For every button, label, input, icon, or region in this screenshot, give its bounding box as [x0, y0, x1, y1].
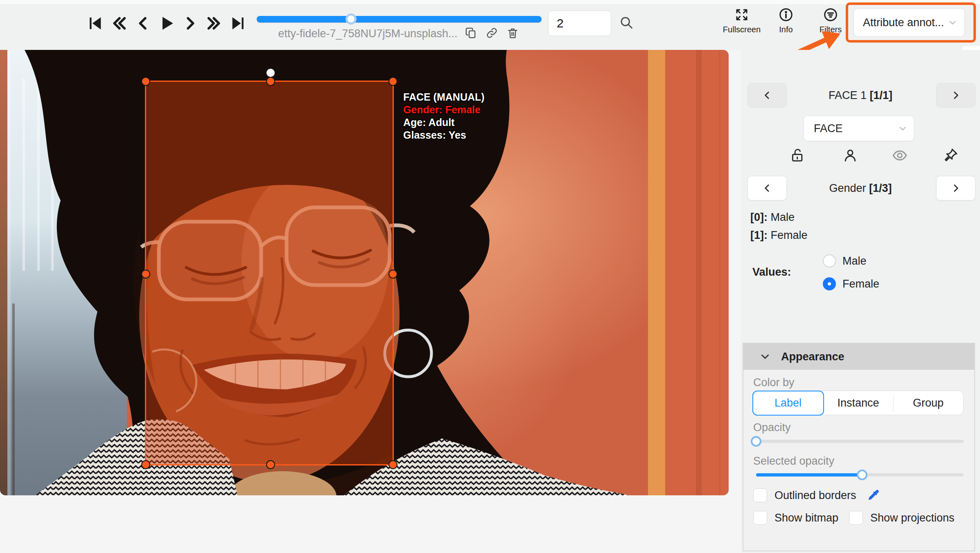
previous-object-button[interactable] — [747, 83, 787, 108]
play-button[interactable] — [158, 15, 176, 33]
occluded-person-icon — [842, 147, 858, 165]
attribute-nav-title: Gender [1/3] — [789, 176, 932, 200]
resize-handle-bottom-left[interactable] — [141, 460, 150, 469]
next-object-button[interactable] — [936, 83, 975, 108]
next-frame-button[interactable] — [181, 15, 199, 33]
object-label-value: FACE — [814, 122, 898, 135]
copy-icon — [465, 27, 477, 40]
frame-link-button[interactable] — [485, 26, 499, 41]
shortcut-hint-1: [1]: Female — [750, 229, 808, 242]
resize-handle-bottom-center[interactable] — [266, 460, 275, 469]
info-icon — [779, 7, 793, 23]
info-button[interactable]: Info — [761, 7, 811, 34]
top-toolbar: etty-fidele-7_758NU7j5M-unsplash... Full… — [0, 0, 980, 50]
shortcut-hint-0: [0]: Male — [750, 211, 795, 224]
search-frame-button[interactable] — [617, 14, 635, 32]
frame-slider-handle[interactable] — [345, 13, 357, 25]
resize-handle-bottom-right[interactable] — [388, 460, 397, 469]
image-frame[interactable]: FACE (MANUAL) Gender: Female Age: Adult … — [0, 50, 729, 495]
attribute-counter: [1/3] — [869, 182, 892, 194]
color-by-option-instance[interactable]: Instance — [823, 391, 893, 415]
previous-frame-button[interactable] — [134, 15, 152, 33]
chevron-right-icon — [951, 90, 961, 101]
opacity-label: Opacity — [753, 421, 791, 434]
annotation-label: FACE (MANUAL) Gender: Female Age: Adult … — [403, 91, 485, 142]
opacity-slider[interactable] — [756, 436, 964, 447]
selected-opacity-slider-fill — [756, 473, 862, 477]
resize-handle-mid-left[interactable] — [141, 270, 150, 279]
fullscreen-button[interactable]: Fullscreen — [717, 7, 766, 34]
show-bitmap-checkbox[interactable] — [753, 511, 767, 525]
show-bitmap-label: Show bitmap — [775, 512, 838, 524]
outlined-borders-checkbox[interactable] — [753, 488, 767, 502]
radio-male-label: Male — [842, 255, 867, 268]
filename-text: etty-fidele-7_758NU7j5M-unsplash... — [278, 27, 457, 40]
first-frame-button[interactable] — [86, 15, 104, 33]
canvas-area: FACE (MANUAL) Gender: Female Age: Adult … — [0, 50, 741, 553]
chevron-right-icon — [951, 183, 961, 193]
frame-number-input[interactable] — [548, 11, 611, 36]
opacity-slider-handle[interactable] — [751, 436, 761, 447]
color-by-option-group[interactable]: Group — [893, 391, 963, 415]
copy-filename-button[interactable] — [464, 26, 479, 41]
object-label-select[interactable]: FACE — [804, 116, 914, 141]
resize-handle-top-right[interactable] — [388, 77, 397, 86]
visibility-toggle-button[interactable] — [891, 147, 909, 165]
pin-toggle-button[interactable] — [942, 147, 960, 165]
frame-position-slider[interactable] — [257, 16, 542, 22]
radio-male[interactable] — [823, 254, 836, 268]
resize-handle-mid-right[interactable] — [388, 270, 397, 279]
chevron-down-icon — [760, 351, 770, 362]
show-projections-row[interactable]: Show projections — [849, 511, 955, 525]
values-label: Values: — [752, 266, 791, 279]
radio-female-label: Female — [842, 278, 879, 290]
unlock-icon — [789, 147, 806, 165]
selected-opacity-slider-handle[interactable] — [857, 470, 867, 480]
chevron-left-icon — [762, 90, 772, 101]
color-by-option-label[interactable]: Label — [752, 391, 824, 416]
eye-icon — [892, 147, 908, 165]
show-projections-label: Show projections — [870, 512, 955, 524]
link-icon — [485, 27, 498, 40]
skip-end-icon — [230, 15, 246, 33]
show-projections-checkbox[interactable] — [849, 511, 863, 525]
previous-attribute-button[interactable] — [747, 176, 787, 200]
next-attribute-button[interactable] — [936, 176, 975, 200]
rotation-handle[interactable] — [266, 68, 275, 78]
double-chevron-left-icon — [111, 15, 127, 33]
forward-jump-button[interactable] — [205, 15, 223, 33]
resize-handle-top-left[interactable] — [141, 77, 150, 86]
gender-option-male[interactable]: Male — [823, 254, 867, 268]
filters-icon — [823, 7, 838, 23]
selected-opacity-slider[interactable] — [756, 470, 964, 480]
outlined-borders-row[interactable]: Outlined borders — [753, 488, 881, 503]
pin-icon — [942, 147, 959, 165]
opacity-slider-rail[interactable] — [756, 440, 964, 443]
chevron-down-icon — [948, 18, 957, 27]
occluded-toggle-button[interactable] — [841, 147, 859, 165]
border-color-picker-button[interactable] — [865, 488, 881, 503]
fullscreen-label: Fullscreen — [723, 25, 761, 34]
radio-female[interactable] — [823, 277, 836, 290]
appearance-header[interactable]: Appearance — [743, 344, 974, 370]
last-frame-button[interactable] — [229, 15, 247, 33]
chevron-down-icon — [898, 124, 907, 133]
search-icon — [619, 25, 634, 31]
object-nav-title: FACE 1 [1/1] — [789, 83, 932, 108]
backward-jump-button[interactable] — [110, 15, 128, 33]
eyedropper-icon — [866, 497, 880, 503]
resize-handle-top-center[interactable] — [266, 77, 275, 86]
outlined-borders-label: Outlined borders — [775, 489, 856, 502]
delete-icon — [506, 27, 519, 40]
delete-frame-button[interactable] — [506, 26, 520, 41]
annotation-app: etty-fidele-7_758NU7j5M-unsplash... Full… — [0, 0, 980, 553]
lock-toggle-button[interactable] — [788, 147, 806, 165]
annotation-attr-gender: Gender: Female — [403, 103, 485, 116]
file-info-row: etty-fidele-7_758NU7j5M-unsplash... — [257, 25, 542, 42]
gender-option-female[interactable]: Female — [823, 277, 879, 290]
workspace-mode-select[interactable]: Attribute annot... — [854, 8, 965, 37]
show-bitmap-row[interactable]: Show bitmap — [753, 511, 838, 525]
filters-button[interactable]: Filters — [806, 7, 855, 34]
face-bounding-box[interactable] — [145, 81, 394, 465]
chevron-right-icon — [182, 15, 199, 33]
